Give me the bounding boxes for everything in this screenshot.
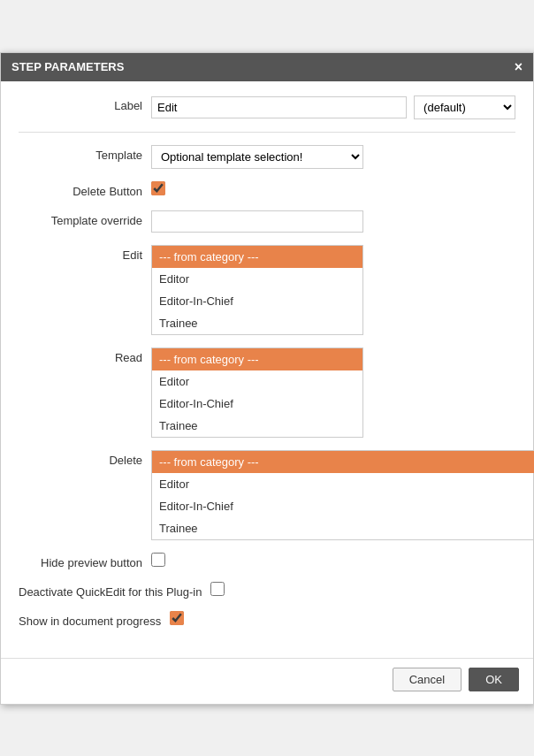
list-item[interactable]: --- from category --- [152, 451, 534, 473]
hide-preview-row: Hide preview button [19, 553, 515, 569]
template-label: Template [19, 145, 151, 162]
delete-button-label: Delete Button [19, 181, 151, 198]
delete-button-checkbox-wrapper [151, 181, 515, 195]
show-progress-row: Show in document progress [19, 611, 515, 628]
list-item[interactable]: Trainee [152, 312, 362, 334]
delete-label: Delete [19, 450, 151, 467]
label-field-controls: (default) [151, 95, 515, 119]
hide-preview-checkbox-wrapper [151, 553, 515, 567]
list-item[interactable]: Editor-In-Chief [152, 495, 534, 517]
hide-preview-label: Hide preview button [19, 553, 151, 569]
delete-listbox[interactable]: --- from category --- Editor Editor-In-C… [151, 450, 534, 540]
read-listbox[interactable]: --- from category --- Editor Editor-In-C… [151, 347, 363, 438]
deactivate-checkbox-wrapper [210, 582, 515, 596]
show-progress-label: Show in document progress [19, 611, 170, 628]
show-progress-checkbox[interactable] [170, 611, 184, 625]
list-item[interactable]: Trainee [152, 415, 362, 437]
template-row: Template Optional template selection! [19, 145, 515, 169]
list-item[interactable]: Editor-In-Chief [152, 290, 362, 312]
deactivate-checkbox[interactable] [210, 582, 225, 596]
divider-1 [19, 132, 515, 133]
deactivate-row: Deactivate QuickEdit for this Plug-in [19, 582, 515, 599]
list-item[interactable]: Editor [152, 370, 362, 393]
label-field-label: Label [19, 95, 151, 112]
edit-listbox-wrapper: --- from category --- Editor Editor-In-C… [151, 245, 515, 335]
label-select[interactable]: (default) [414, 95, 515, 119]
label-text-input[interactable] [151, 96, 407, 118]
template-select-wrapper: Optional template selection! [151, 145, 515, 169]
hide-preview-checkbox[interactable] [151, 553, 165, 567]
read-label: Read [19, 347, 151, 364]
template-select[interactable]: Optional template selection! [151, 145, 363, 169]
label-row: Label (default) [19, 95, 515, 119]
template-override-input-wrapper [151, 210, 515, 233]
dialog-header: STEP PARAMETERS × [1, 53, 533, 81]
read-listbox-wrapper: --- from category --- Editor Editor-In-C… [151, 347, 515, 438]
template-override-label: Template override [19, 210, 151, 227]
dialog-title: STEP PARAMETERS [11, 60, 124, 73]
deactivate-label: Deactivate QuickEdit for this Plug-in [19, 582, 210, 599]
list-item[interactable]: Trainee [152, 517, 534, 539]
delete-listbox-wrapper: --- from category --- Editor Editor-In-C… [151, 450, 534, 540]
step-parameters-dialog: STEP PARAMETERS × Label (default) Templa… [0, 52, 534, 705]
edit-listbox[interactable]: --- from category --- Editor Editor-In-C… [151, 245, 363, 335]
dialog-body: Label (default) Template Optional templa… [1, 81, 533, 649]
cancel-button[interactable]: Cancel [393, 668, 462, 691]
list-item[interactable]: --- from category --- [152, 246, 362, 268]
close-icon[interactable]: × [515, 60, 523, 74]
ok-button[interactable]: OK [469, 668, 519, 691]
list-item[interactable]: --- from category --- [152, 348, 362, 370]
list-item[interactable]: Editor [152, 268, 362, 290]
read-row: Read --- from category --- Editor Editor… [19, 347, 515, 438]
edit-label: Edit [19, 245, 151, 262]
show-progress-checkbox-wrapper [170, 611, 515, 625]
template-override-input[interactable] [151, 210, 363, 233]
delete-row: Delete --- from category --- Editor Edit… [19, 450, 515, 540]
list-item[interactable]: Editor-In-Chief [152, 393, 362, 415]
dialog-footer: Cancel OK [1, 658, 533, 704]
template-override-row: Template override [19, 210, 515, 233]
delete-button-row: Delete Button [19, 181, 515, 198]
delete-button-checkbox[interactable] [151, 181, 165, 195]
edit-row: Edit --- from category --- Editor Editor… [19, 245, 515, 335]
list-item[interactable]: Editor [152, 473, 534, 495]
